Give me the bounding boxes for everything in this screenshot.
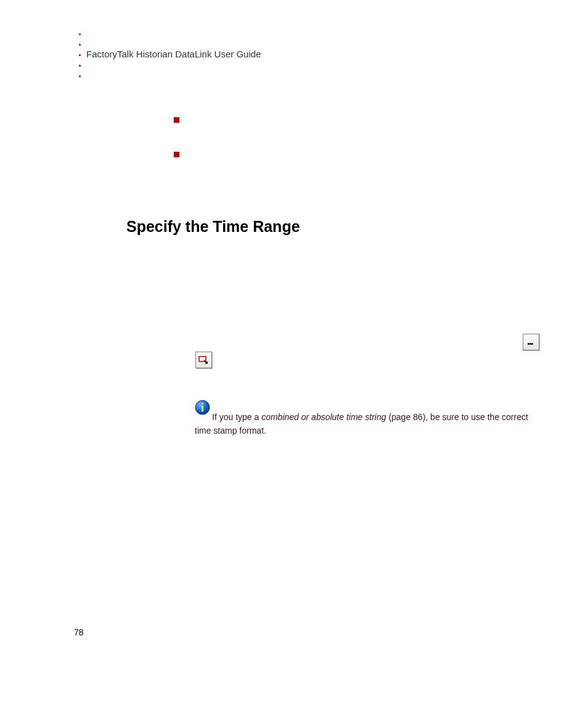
section-heading: Specify the Time Range bbox=[126, 218, 300, 236]
svg-rect-3 bbox=[202, 403, 203, 405]
page-number: 78 bbox=[74, 627, 84, 637]
note-page-ref: (page 86) bbox=[386, 412, 426, 422]
svg-rect-0 bbox=[528, 343, 533, 345]
dropdown-icon[interactable] bbox=[523, 334, 539, 350]
square-bullet-icon bbox=[174, 117, 179, 123]
list-bullets bbox=[174, 117, 179, 186]
note-lead: If you type a bbox=[212, 412, 261, 422]
note-text: If you type a combined or absolute time … bbox=[195, 410, 537, 438]
running-header: FactoryTalk Historian DataLink User Guid… bbox=[86, 49, 261, 59]
cell-select-icon[interactable] bbox=[195, 352, 212, 368]
square-bullet-icon bbox=[174, 152, 179, 157]
margin-dots bbox=[79, 33, 81, 86]
note-link[interactable]: combined or absolute time string bbox=[261, 412, 386, 422]
